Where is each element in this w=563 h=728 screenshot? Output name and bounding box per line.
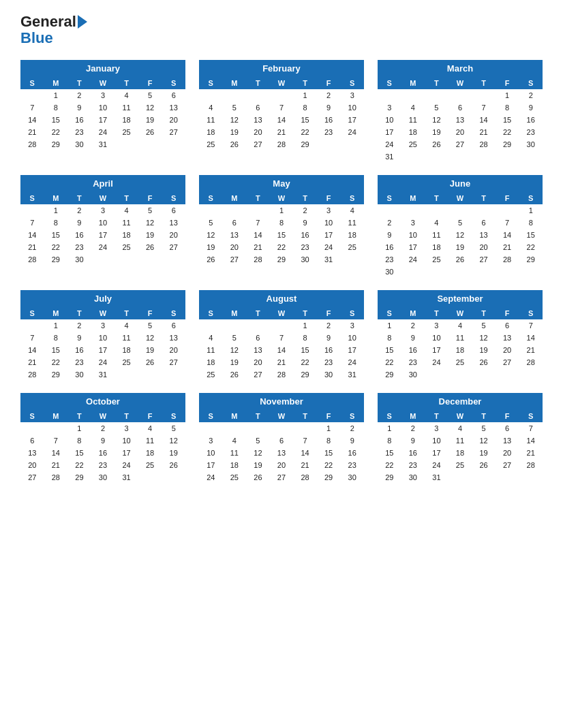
day-header: M — [401, 410, 425, 422]
calendar-day: 21 — [270, 356, 294, 368]
month-header: October — [20, 393, 185, 410]
calendar-day: 9 — [378, 229, 401, 241]
calendar-day: 18 — [425, 241, 448, 253]
calendar-day — [519, 151, 543, 163]
calendar-day: 2 — [67, 319, 91, 332]
calendar-day: 19 — [138, 344, 162, 356]
calendar-day: 9 — [293, 217, 317, 229]
calendar-day: 18 — [223, 459, 247, 471]
calendar-day: 25 — [199, 368, 223, 381]
day-header: S — [378, 77, 401, 89]
calendar-day: 24 — [425, 459, 448, 471]
month-calendar-december: DecemberSMTWTFS1234567891011121314151617… — [378, 393, 543, 484]
calendar-day: 11 — [138, 434, 162, 447]
calendar-day: 7 — [20, 332, 44, 344]
calendar-day: 26 — [425, 138, 448, 151]
calendar-day: 10 — [317, 217, 341, 229]
day-header: T — [293, 192, 317, 204]
calendar-day: 21 — [20, 241, 44, 253]
calendar-day: 30 — [401, 368, 425, 381]
calendar-day: 15 — [44, 229, 68, 241]
calendar-day: 16 — [91, 447, 115, 459]
calendar-day: 24 — [91, 241, 115, 253]
calendar-day: 3 — [401, 217, 425, 229]
calendar-day: 8 — [293, 101, 317, 114]
calendar-day — [270, 89, 294, 101]
calendar-day — [270, 422, 294, 434]
calendar-day: 23 — [378, 253, 401, 266]
calendar-day: 5 — [138, 89, 162, 101]
calendar-day: 13 — [246, 344, 270, 356]
day-header: F — [496, 192, 519, 204]
calendar-day: 24 — [91, 356, 115, 368]
calendar-day — [496, 368, 519, 381]
calendar-day: 9 — [340, 434, 364, 447]
calendar-day: 30 — [317, 368, 341, 381]
calendar-day — [20, 89, 44, 101]
calendar-day: 12 — [246, 447, 270, 459]
calendar-day — [223, 422, 247, 434]
calendar-day: 2 — [340, 422, 364, 434]
calendar-day: 8 — [496, 101, 519, 114]
month-header: May — [199, 175, 364, 192]
calendar-day: 7 — [519, 422, 543, 434]
calendar-day: 4 — [115, 89, 138, 101]
calendar-day: 3 — [340, 319, 364, 332]
calendar-day: 24 — [91, 126, 115, 138]
calendar-day: 21 — [270, 126, 294, 138]
calendar-day: 1 — [44, 89, 68, 101]
calendar-day: 22 — [270, 241, 294, 253]
calendar-day — [138, 253, 162, 266]
calendar-day: 8 — [519, 217, 543, 229]
calendar-day — [496, 266, 519, 278]
calendar-day: 10 — [91, 332, 115, 344]
calendar-day: 24 — [340, 356, 364, 368]
day-header: F — [496, 307, 519, 319]
calendar-day — [378, 89, 401, 101]
calendar-day: 31 — [378, 151, 401, 163]
day-header: F — [496, 77, 519, 89]
month-header: December — [378, 393, 543, 410]
day-header: S — [199, 77, 223, 89]
month-header: July — [20, 290, 185, 307]
calendar-day: 11 — [223, 447, 247, 459]
calendar-day: 12 — [223, 114, 247, 126]
calendar-day: 11 — [448, 434, 472, 447]
month-calendar-january: JanuarySMTWTFS12345678910111213141516171… — [20, 60, 185, 163]
calendar-day: 8 — [44, 332, 68, 344]
day-header: M — [223, 307, 247, 319]
day-header: W — [91, 307, 115, 319]
calendar-day: 31 — [425, 471, 448, 484]
day-header: S — [20, 410, 44, 422]
calendar-day: 14 — [472, 114, 496, 126]
calendar-day: 17 — [91, 344, 115, 356]
calendar-day: 20 — [496, 344, 519, 356]
calendar-day: 26 — [448, 253, 472, 266]
calendar-day: 24 — [401, 253, 425, 266]
calendar-day: 14 — [246, 229, 270, 241]
calendar-day: 29 — [378, 368, 401, 381]
calendar-day: 9 — [317, 332, 341, 344]
calendar-day: 16 — [293, 229, 317, 241]
calendar-day: 17 — [378, 126, 401, 138]
calendar-day: 1 — [270, 204, 294, 217]
calendar-day: 31 — [115, 471, 138, 484]
day-header: F — [317, 307, 341, 319]
calendar-day: 21 — [44, 459, 68, 471]
month-calendar-november: NovemberSMTWTFS1234567891011121314151617… — [199, 393, 364, 484]
day-header: S — [20, 192, 44, 204]
calendar-day: 11 — [199, 114, 223, 126]
calendar-day: 11 — [115, 332, 138, 344]
calendar-day: 15 — [519, 229, 543, 241]
calendar-day: 27 — [223, 253, 247, 266]
calendar-day: 8 — [378, 434, 401, 447]
calendar-day: 1 — [519, 204, 543, 217]
day-header: M — [223, 410, 247, 422]
calendar-day: 3 — [425, 319, 448, 332]
calendar-day — [340, 138, 364, 151]
calendar-day: 23 — [67, 126, 91, 138]
calendar-day — [496, 471, 519, 484]
calendar-day: 4 — [199, 332, 223, 344]
calendar-day — [115, 253, 138, 266]
calendar-day: 2 — [378, 217, 401, 229]
